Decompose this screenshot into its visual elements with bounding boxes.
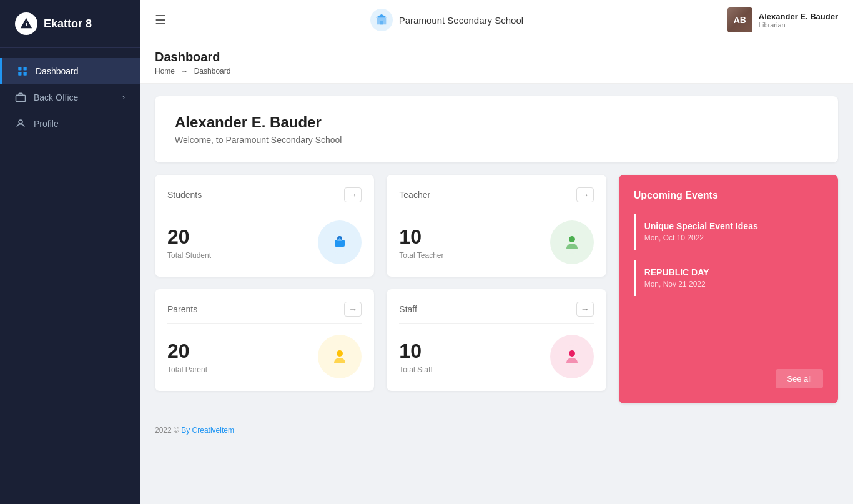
event-name: REPUBLIC DAY xyxy=(644,267,823,277)
sidebar-item-label: Profile xyxy=(34,119,59,129)
sidebar-item-profile[interactable]: Profile xyxy=(0,111,140,137)
stat-text: 10 Total Teacher xyxy=(399,225,443,260)
breadcrumb-current: Dashboard xyxy=(194,67,231,76)
stat-text: 20 Total Student xyxy=(167,225,211,260)
sidebar-nav: Dashboard Back Office › Profile xyxy=(0,48,140,504)
welcome-card: Alexander E. Bauder Welcome, to Paramoun… xyxy=(155,96,838,162)
footer-text: 2022 © xyxy=(155,426,179,435)
user-name: Alexander E. Bauder xyxy=(759,12,838,21)
footer: 2022 © By Creativeitem xyxy=(140,416,853,445)
parents-arrow-button[interactable]: → xyxy=(344,302,362,317)
stat-body: 20 Total Student xyxy=(167,215,362,264)
stat-card-header: Students → xyxy=(167,187,362,209)
stat-card-staff: Staff → 10 Total Staff xyxy=(387,289,606,391)
stat-number: 10 xyxy=(399,340,432,363)
logo-text: Ekattor 8 xyxy=(44,17,92,31)
event-item-1: REPUBLIC DAY Mon, Nov 21 2022 xyxy=(634,260,823,296)
stat-card-parents: Parents → 20 Total Parent xyxy=(155,289,374,391)
students-icon-wrap xyxy=(318,220,362,264)
main-content: ☰ Paramount Secondary School AB Alexande… xyxy=(140,0,853,504)
stat-card-students: Students → 20 Total Student xyxy=(155,175,374,277)
school-icon xyxy=(370,9,393,31)
svg-point-19 xyxy=(337,350,343,357)
profile-icon xyxy=(15,118,26,129)
event-date: Mon, Nov 21 2022 xyxy=(644,280,823,289)
stat-label: Teacher xyxy=(399,190,430,200)
stat-number: 20 xyxy=(167,225,211,249)
welcome-name: Alexander E. Bauder xyxy=(175,114,818,131)
back-office-arrow: › xyxy=(122,93,125,102)
sidebar-item-dashboard[interactable]: Dashboard xyxy=(0,58,140,84)
svg-rect-6 xyxy=(24,72,27,76)
staff-arrow-button[interactable]: → xyxy=(576,302,594,317)
sidebar: Ekattor 8 Dashboard Back Of xyxy=(0,0,140,504)
events-title: Upcoming Events xyxy=(634,190,823,201)
event-name: Unique Special Event Ideas xyxy=(644,221,823,231)
header-user: AB Alexander E. Bauder Librarian xyxy=(727,7,838,32)
staff-icon-wrap xyxy=(550,335,594,378)
event-item-0: Unique Special Event Ideas Mon, Oct 10 2… xyxy=(634,214,823,250)
see-all-button[interactable]: See all xyxy=(776,369,823,388)
header-center: Paramount Secondary School xyxy=(176,9,717,31)
breadcrumb-home: Home xyxy=(155,67,175,76)
stat-label: Parents xyxy=(167,304,197,314)
svg-point-8 xyxy=(19,120,22,124)
parents-icon-wrap xyxy=(318,335,362,378)
sidebar-item-label: Dashboard xyxy=(36,66,79,76)
header: ☰ Paramount Secondary School AB Alexande… xyxy=(140,0,853,40)
stats-left: Students → 20 Total Student xyxy=(155,175,606,391)
stat-label: Staff xyxy=(399,304,417,314)
stat-body: 20 Total Parent xyxy=(167,330,362,378)
stats-grid: Students → 20 Total Student xyxy=(155,175,838,403)
sidebar-logo: Ekattor 8 xyxy=(0,0,140,48)
logo-icon xyxy=(15,12,37,35)
stat-card-header: Teacher → xyxy=(399,187,593,209)
page-title: Dashboard xyxy=(155,50,838,64)
svg-rect-4 xyxy=(24,67,27,70)
students-arrow-button[interactable]: → xyxy=(344,187,362,202)
stat-desc: Total Teacher xyxy=(399,251,443,260)
svg-rect-5 xyxy=(18,72,21,76)
page-header: Dashboard Home → Dashboard xyxy=(140,40,853,84)
stat-number: 20 xyxy=(167,340,207,363)
stat-card-teacher: Teacher → 10 Total Teacher xyxy=(387,175,606,277)
svg-point-1 xyxy=(25,21,27,23)
back-office-icon xyxy=(15,92,26,103)
content-area: Dashboard Home → Dashboard Alexander E. … xyxy=(140,40,853,504)
breadcrumb: Home → Dashboard xyxy=(155,67,838,76)
user-info: Alexander E. Bauder Librarian xyxy=(759,12,838,29)
hamburger-icon[interactable]: ☰ xyxy=(155,12,166,27)
stat-body: 10 Total Staff xyxy=(399,330,593,378)
welcome-subtitle: Welcome, to Paramount Secondary School xyxy=(175,135,818,145)
svg-rect-7 xyxy=(16,95,26,102)
avatar: AB xyxy=(727,7,752,32)
user-role: Librarian xyxy=(759,21,838,29)
sidebar-item-back-office[interactable]: Back Office › xyxy=(0,84,140,111)
svg-point-21 xyxy=(569,350,575,357)
event-date: Mon, Oct 10 2022 xyxy=(644,234,823,242)
stat-desc: Total Parent xyxy=(167,365,207,374)
school-name: Paramount Secondary School xyxy=(399,15,523,26)
stat-label: Students xyxy=(167,190,202,200)
stat-desc: Total Student xyxy=(167,251,211,260)
breadcrumb-sep: → xyxy=(180,67,190,76)
svg-rect-10 xyxy=(380,21,383,25)
teacher-arrow-button[interactable]: → xyxy=(576,187,594,202)
svg-point-17 xyxy=(569,236,575,242)
stat-text: 10 Total Staff xyxy=(399,340,432,374)
sidebar-item-label: Back Office xyxy=(34,92,78,102)
stat-text: 20 Total Parent xyxy=(167,340,207,374)
svg-rect-3 xyxy=(18,67,21,70)
stat-body: 10 Total Teacher xyxy=(399,215,593,264)
stat-number: 10 xyxy=(399,225,443,249)
stat-card-header: Parents → xyxy=(167,302,362,324)
teacher-icon-wrap xyxy=(550,220,594,264)
stat-card-header: Staff → xyxy=(399,302,593,324)
stat-desc: Total Staff xyxy=(399,365,432,374)
events-card: Upcoming Events Unique Special Event Ide… xyxy=(619,175,838,403)
footer-link[interactable]: By Creativeitem xyxy=(181,426,234,435)
dashboard-icon xyxy=(17,66,28,77)
